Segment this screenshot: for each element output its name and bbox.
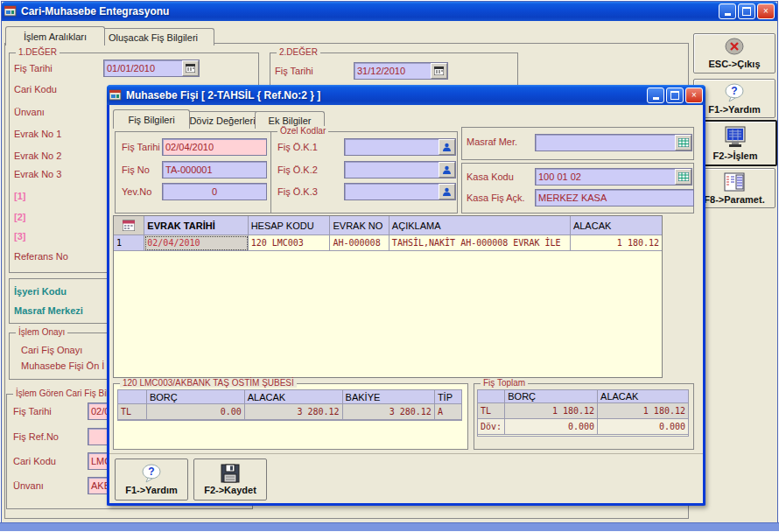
fis-ok2-label: Fiş Ö.K.2 xyxy=(277,164,318,175)
close-circle-icon xyxy=(723,38,746,57)
esc-cikis-button[interactable]: ESC->Çıkış xyxy=(693,33,775,74)
dialog-minimize-icon[interactable] xyxy=(647,88,664,103)
parameters-icon xyxy=(723,172,746,192)
dialog-icon xyxy=(109,89,123,102)
fis-ok3-field[interactable] xyxy=(344,183,456,200)
fis-ok3-label: Fiş Ö.K.3 xyxy=(277,186,318,197)
calendar-icon[interactable] xyxy=(182,60,199,76)
cari-fis-onayi-label: Cari Fiş Onayı xyxy=(21,345,82,355)
toplam-alacak-header: ALACAK xyxy=(598,390,688,403)
grid-calendar-header[interactable] xyxy=(114,216,144,235)
person-lookup-icon[interactable] xyxy=(439,162,455,178)
toplam-tl-alacak: 1 180.12 xyxy=(598,403,688,419)
toplam-dov-borc: 0.000 xyxy=(505,419,598,435)
corner-cell xyxy=(118,390,147,404)
ozel-kodlar-legend: Özel Kodlar xyxy=(277,126,328,136)
grid-header-evrak-no[interactable]: EVRAK NO xyxy=(330,216,389,235)
fis-toplam-table: BORÇ ALACAK TL 1 180.12 1 180.12 Döv: 0.… xyxy=(477,389,689,437)
grid-lookup-icon[interactable] xyxy=(675,135,691,150)
bl-fis-refno-label: Fiş Ref.No xyxy=(13,431,59,442)
svg-text:?: ? xyxy=(731,85,737,97)
dlg-fis-no-field[interactable]: TA-000001 xyxy=(162,161,267,178)
muhasebe-fisi-dialog: Muhasebe Fişi [ 2-TAHSİL { Ref.No:2 } ] … xyxy=(107,85,705,506)
main-window-titlebar[interactable]: Cari-Muhasebe Entegrasyonu × xyxy=(2,2,777,21)
evrak-tarihi-cell[interactable]: 02/04/2010 xyxy=(144,235,248,251)
kasa-fis-acik-field[interactable]: MERKEZ KASA xyxy=(535,189,694,206)
toplam-dov-alacak: 0.000 xyxy=(598,419,688,435)
group-1-deger-legend: 1.DEĞER xyxy=(16,47,60,57)
unvani-label: Ünvanı xyxy=(14,107,45,117)
bl-unvani-label: Ünvanı xyxy=(13,480,44,491)
dialog-f1-yardim-button[interactable]: ? F1->Yardım xyxy=(115,458,188,500)
grid-header-alacak[interactable]: ALACAK xyxy=(571,216,662,235)
f8-parametre-button[interactable]: F8->Paramet. xyxy=(693,168,775,208)
kasa-fis-acik-label: Kasa Fiş Açk. xyxy=(467,192,525,203)
alacak-cell[interactable]: 1 180.12 xyxy=(571,235,662,251)
person-lookup-icon[interactable] xyxy=(439,184,455,200)
kasa-kodu-field[interactable]: 100 01 02 xyxy=(535,168,692,186)
tl-alacak-value: 3 280.12 xyxy=(245,404,343,420)
main-window-title: Cari-Muhasebe Entegrasyonu xyxy=(21,5,719,18)
bracket-1-label: [1] xyxy=(14,191,25,201)
calendar-icon[interactable] xyxy=(431,63,447,79)
save-floppy-icon xyxy=(220,464,241,483)
group-fis-toplam: Fiş Toplam BORÇ ALACAK TL 1 180.12 1 180… xyxy=(474,383,694,450)
close-icon[interactable]: × xyxy=(757,4,775,19)
fis-tarihi-2-label: Fiş Tarihi xyxy=(275,66,313,76)
fis-tarihi-2-field[interactable]: 31/12/2010 xyxy=(354,62,448,80)
dialog-f2-kaydet-button[interactable]: F2->Kaydet xyxy=(193,458,267,500)
dialog-titlebar[interactable]: Muhasebe Fişi [ 2-TAHSİL { Ref.No:2 } ] … xyxy=(107,85,705,105)
fis-tarihi-1-field[interactable]: 01/01/2010 xyxy=(103,60,200,77)
grid-data-row[interactable]: 1 02/04/2010 120 LMC003 AH-000008 TAHSİL… xyxy=(114,235,662,251)
dlg-fis-tarihi-field[interactable]: 02/04/2010 xyxy=(162,138,267,156)
calendar-icon xyxy=(123,220,135,231)
evrak-no-3-label: Evrak No 3 xyxy=(14,169,61,179)
muhasebe-fisi-on-label: Muhasebe Fişi Ön İ xyxy=(21,360,104,371)
aciklama-cell[interactable]: TAHSİL,NAKİT AH-000008 EVRAK İLE xyxy=(390,235,571,251)
dlg-yev-no-field[interactable]: 0 xyxy=(162,183,267,200)
toplam-dov-label: Döv: xyxy=(478,419,505,435)
dialog-close-icon[interactable]: × xyxy=(685,88,703,103)
masraf-mer-field[interactable] xyxy=(535,134,692,151)
row-number-cell[interactable]: 1 xyxy=(114,235,144,251)
tl-row-label: TL xyxy=(118,404,147,420)
grid-header-evrak-tarihi[interactable]: EVRAK TARİHİ xyxy=(144,216,248,235)
fis-toplam-legend: Fiş Toplam xyxy=(481,378,528,388)
referans-no-label: Referans No xyxy=(14,251,68,262)
grid-lookup-icon[interactable] xyxy=(675,169,691,185)
minimize-icon[interactable] xyxy=(719,4,736,19)
fis-satirlari-grid[interactable]: EVRAK TARİHİ HESAP KODU EVRAK NO AÇIKLAM… xyxy=(113,215,663,378)
evrak-no-1-label: Evrak No 1 xyxy=(14,129,61,139)
hesap-kodu-cell[interactable]: 120 LMC003 xyxy=(249,235,331,251)
borc-header: BORÇ xyxy=(147,390,245,404)
tab-olusacak-fis-bilgileri[interactable]: Oluşacak Fiş Bilgileri xyxy=(92,28,214,46)
group-2-deger-legend: 2.DEĞER xyxy=(277,47,320,57)
hesap-ozeti-legend: 120 LMC003/AKBANK TAŞ OSTİM ŞUBESİ xyxy=(120,378,297,388)
fis-ok1-label: Fiş Ö.K.1 xyxy=(277,142,318,152)
group-hesap-ozeti: 120 LMC003/AKBANK TAŞ OSTİM ŞUBESİ BORÇ … xyxy=(113,383,468,450)
monitor-icon xyxy=(723,126,747,149)
button-bar-divider xyxy=(109,453,703,454)
toplam-borc-header: BORÇ xyxy=(505,390,598,403)
grid-header-aciklama[interactable]: AÇIKLAMA xyxy=(390,216,571,235)
grid-header-hesap-kodu[interactable]: HESAP KODU xyxy=(249,216,331,235)
fis-ok1-field[interactable] xyxy=(344,138,456,156)
person-lookup-icon[interactable] xyxy=(439,139,455,155)
f1-yardim-button[interactable]: ? F1->Yardım xyxy=(693,79,775,118)
help-icon: ? xyxy=(141,464,162,483)
f2-islem-button[interactable]: F2->İşlem xyxy=(693,120,777,166)
maximize-icon[interactable] xyxy=(738,4,755,19)
dialog-maximize-icon[interactable] xyxy=(666,88,684,103)
fis-ok2-field[interactable] xyxy=(344,161,456,178)
alacak-header: ALACAK xyxy=(245,390,343,404)
evrak-no-cell[interactable]: AH-000008 xyxy=(330,235,389,251)
dialog-tab-fis-bilgileri[interactable]: Fiş Bilgileri xyxy=(113,109,190,129)
tip-header: TİP xyxy=(435,390,461,404)
cari-kodu-label: Cari Kodu xyxy=(14,84,57,94)
tab-islem-araliklari[interactable]: İşlem Aralıkları xyxy=(5,26,105,46)
toplam-tl-borc: 1 180.12 xyxy=(505,403,598,419)
masraf-mer-label: Masraf Mer. xyxy=(467,136,517,147)
bakiye-header: BAKİYE xyxy=(343,390,435,404)
hesap-ozeti-table: BORÇ ALACAK BAKİYE TİP TL 0.00 3 280.12 … xyxy=(117,389,462,421)
dlg-fis-no-label: Fiş No xyxy=(122,164,150,175)
